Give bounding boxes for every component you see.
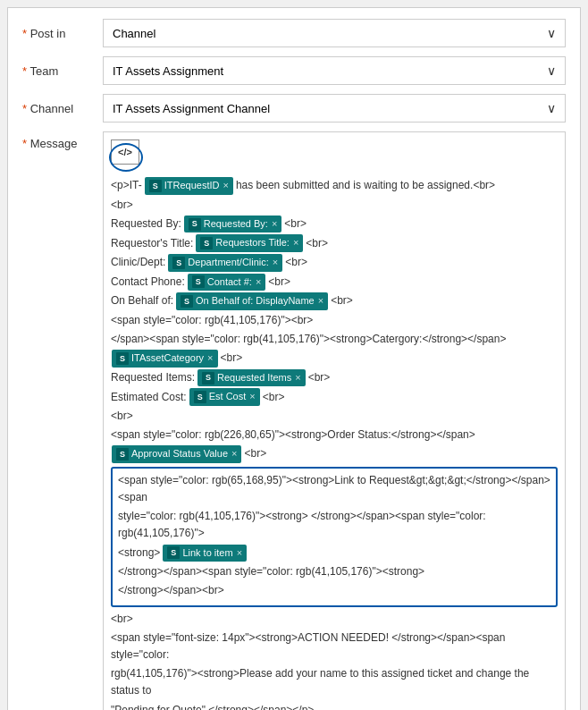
token-itassetcategory-close[interactable]: × bbox=[207, 351, 213, 367]
token-itrequestid-close[interactable]: × bbox=[223, 178, 228, 194]
token-icon-itassetcategory: S bbox=[116, 352, 129, 365]
token-icon-linktoitem: S bbox=[167, 546, 180, 559]
code-icon-wrapper: </> bbox=[111, 139, 139, 172]
line1-post-text: has been submitted and is waiting to be … bbox=[236, 177, 495, 194]
channel-dropdown[interactable]: IT Assets Assignment Channel ∨ bbox=[103, 94, 566, 123]
token-itassetcategory[interactable]: S ITAssetCategory × bbox=[112, 350, 218, 368]
token-icon-itrequestid: S bbox=[149, 180, 162, 192]
message-line-requestedby: Requested By: S Requested By: × <br> bbox=[111, 216, 558, 233]
message-footer-line1: <span style="font-size: 14px"><strong>AC… bbox=[111, 630, 558, 664]
token-onbehalf-close[interactable]: × bbox=[318, 293, 323, 309]
token-itrequestid[interactable]: S ITRequestID × bbox=[145, 177, 233, 195]
code-icon-circle bbox=[109, 143, 143, 172]
message-line-estcost: Estimated Cost: S Est Cost × <br> bbox=[111, 388, 558, 406]
message-area[interactable]: </> <p>IT- S ITRequestID × has been subm… bbox=[103, 131, 566, 710]
message-line-clinicdept: Clinic/Dept: S Department/Clinic: × <br> bbox=[111, 254, 558, 272]
link-to-item-highlight-box: <span style="color: rgb(65,168,95)"><str… bbox=[111, 467, 558, 607]
message-line-color1: <span style="color: rgb(41,105,176)"><br… bbox=[111, 312, 558, 329]
message-line-contact: Contact Phone: S Contact #: × <br> bbox=[111, 274, 558, 292]
token-requestors-title[interactable]: S Requestors Title: × bbox=[196, 234, 303, 252]
message-label: * Message bbox=[22, 131, 103, 150]
channel-row: * Channel IT Assets Assignment Channel ∨ bbox=[22, 94, 566, 123]
message-line-requestors-title: Requestor's Title: S Requestors Title: ×… bbox=[111, 234, 558, 252]
post-in-dropdown[interactable]: Channel ∨ bbox=[103, 19, 566, 47]
required-star: * bbox=[22, 102, 27, 115]
token-icon-requestors-title: S bbox=[200, 237, 213, 249]
token-requestedby-close[interactable]: × bbox=[272, 216, 277, 232]
post-in-label: * Post in bbox=[22, 27, 103, 40]
line1-pre-text: <p>IT- bbox=[111, 177, 142, 194]
team-row: * Team IT Assets Assignment ∨ bbox=[22, 56, 566, 85]
required-star: * bbox=[22, 64, 27, 78]
requested-by-label: Requested By: bbox=[111, 216, 181, 232]
highlight-line2: style="color: rgb(41,105,176)"><strong> … bbox=[118, 508, 550, 542]
required-star: * bbox=[22, 27, 27, 40]
token-estcost-close[interactable]: × bbox=[249, 389, 255, 405]
token-linktoitem-close[interactable]: × bbox=[237, 545, 242, 562]
token-requestors-title-close[interactable]: × bbox=[293, 235, 298, 251]
message-line-itassetcategory: S ITAssetCategory × <br> bbox=[111, 350, 558, 368]
token-icon-requesteditems: S bbox=[202, 372, 214, 385]
page-container: * Post in Channel ∨ * Team IT Assets Ass… bbox=[0, 0, 588, 710]
team-dropdown[interactable]: IT Assets Assignment ∨ bbox=[103, 56, 566, 85]
token-linktoitem[interactable]: S Link to item × bbox=[163, 545, 247, 562]
message-line-requesteditems: Requested Items: S Requested Items × <br… bbox=[111, 369, 558, 387]
token-estcost[interactable]: S Est Cost × bbox=[189, 388, 260, 406]
team-dropdown-wrapper: IT Assets Assignment ∨ bbox=[103, 56, 566, 85]
token-icon-onbehalf: S bbox=[181, 295, 193, 308]
channel-value: IT Assets Assignment Channel bbox=[113, 102, 270, 115]
post-in-value: Channel bbox=[113, 27, 155, 40]
message-footer-line2: rgb(41,105,176)"><strong>Please add your… bbox=[111, 665, 558, 699]
message-line-color2: </span><span style="color: rgb(41,105,17… bbox=[111, 331, 558, 348]
post-in-dropdown-wrapper: Channel ∨ bbox=[103, 19, 566, 47]
channel-dropdown-wrapper: IT Assets Assignment Channel ∨ bbox=[103, 94, 566, 123]
highlight-line1: <span style="color: rgb(65,168,95)"><str… bbox=[118, 472, 550, 506]
message-line-orderstatus: <span style="color: rgb(226,80,65)"><str… bbox=[111, 427, 558, 444]
post-in-arrow-icon: ∨ bbox=[547, 26, 556, 40]
token-icon-approvalstatus: S bbox=[116, 448, 129, 461]
channel-label: * Channel bbox=[22, 102, 103, 115]
message-footer-line3: "Pending for Quote".</strong></span></p> bbox=[111, 702, 558, 710]
message-line-br3: <br> bbox=[111, 611, 558, 628]
message-row: * Message </> <p>IT- S ITRequestID × bbox=[22, 131, 566, 710]
token-icon-estcost: S bbox=[194, 391, 206, 403]
token-dept-clinic[interactable]: S Department/Clinic: × bbox=[168, 254, 282, 272]
message-line-onbehalf: On Behalf of: S On Behalf of: DisplayNam… bbox=[111, 292, 558, 310]
token-onbehalf[interactable]: S On Behalf of: DisplayName × bbox=[176, 292, 328, 310]
highlight-line4: </strong></span><br> bbox=[118, 582, 550, 599]
message-line-br1: <br> bbox=[111, 197, 558, 214]
message-line-approvalstatus: S Approval Status Value × <br> bbox=[111, 445, 558, 463]
token-contact-close[interactable]: × bbox=[256, 275, 261, 291]
channel-arrow-icon: ∨ bbox=[547, 101, 556, 115]
token-icon-contact: S bbox=[192, 275, 205, 288]
highlight-line3: <strong> S Link to item × </strong></spa… bbox=[118, 545, 550, 581]
team-value: IT Assets Assignment bbox=[113, 64, 223, 78]
token-dept-clinic-close[interactable]: × bbox=[273, 255, 278, 271]
token-icon-requestedby: S bbox=[189, 218, 201, 231]
team-label: * Team bbox=[22, 64, 103, 78]
token-contact[interactable]: S Contact #: × bbox=[188, 274, 266, 292]
token-requesteditems-close[interactable]: × bbox=[295, 370, 300, 386]
form-area: * Post in Channel ∨ * Team IT Assets Ass… bbox=[7, 7, 581, 710]
required-star: * bbox=[22, 137, 27, 150]
post-in-row: * Post in Channel ∨ bbox=[22, 19, 566, 47]
token-requestedby[interactable]: S Requested By: × bbox=[184, 216, 282, 233]
team-arrow-icon: ∨ bbox=[547, 63, 556, 78]
token-icon-dept-clinic: S bbox=[172, 257, 185, 269]
message-line-1: <p>IT- S ITRequestID × has been submitte… bbox=[111, 177, 558, 195]
message-line-br2: <br> bbox=[111, 408, 558, 425]
token-approvalstatus[interactable]: S Approval Status Value × bbox=[112, 445, 241, 463]
token-approvalstatus-close[interactable]: × bbox=[231, 446, 237, 462]
token-requesteditems[interactable]: S Requested Items × bbox=[197, 369, 306, 387]
